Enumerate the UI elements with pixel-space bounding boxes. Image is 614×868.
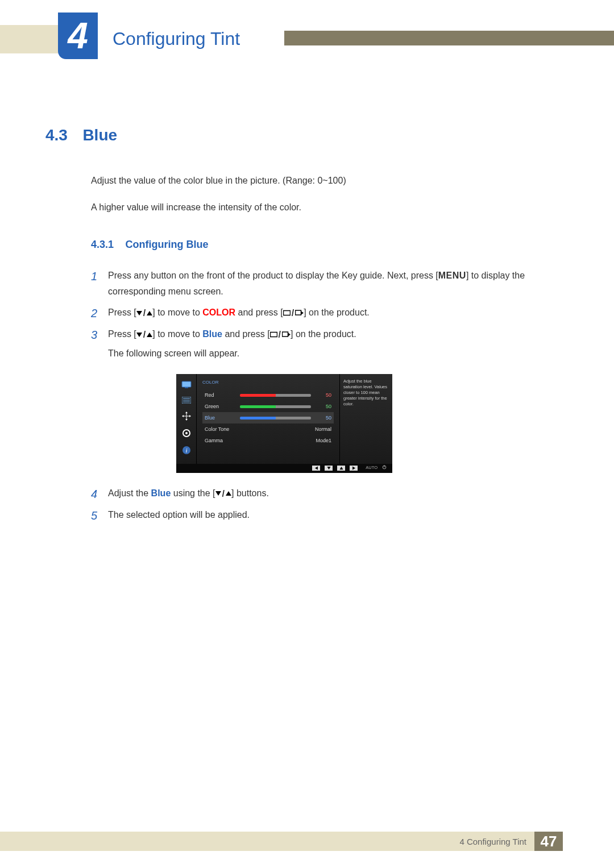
subsection-heading: 4.3.1 Configuring Blue — [91, 239, 557, 251]
osd-gamma-label: Gamma — [205, 437, 240, 445]
osd-row-green: Green 50 — [202, 401, 334, 412]
step-number: 5 — [91, 506, 97, 525]
page-header: 4 Configuring Tint — [0, 13, 614, 64]
step-2: 2 Press [/] to move to COLOR and press [… — [91, 305, 557, 321]
osd-red-value: 50 — [316, 391, 331, 400]
color-label: COLOR — [202, 308, 235, 317]
step-3-text-d: ] on the product. — [291, 329, 356, 339]
svg-rect-3 — [296, 310, 301, 315]
step-4-text-b: using the [ — [171, 488, 215, 498]
osd-colortone-value: Normal — [240, 425, 331, 434]
nav-left-icon — [312, 466, 320, 471]
svg-rect-7 — [270, 333, 277, 337]
step-5-text: The selected option will be applied. — [108, 510, 250, 520]
step-number: 1 — [91, 267, 97, 286]
step-4-text-c: ] buttons. — [231, 488, 269, 498]
steps-list: 1 Press any button on the front of the p… — [91, 268, 557, 522]
svg-marker-5 — [136, 333, 142, 337]
osd-gamma-value: Mode1 — [240, 437, 331, 445]
nav-down-icon — [325, 466, 333, 471]
svg-marker-6 — [147, 333, 152, 337]
svg-point-23 — [185, 432, 188, 434]
svg-marker-0 — [136, 311, 142, 315]
osd-center: COLOR Red 50 Green 50 — [197, 374, 340, 464]
step-3-text-a: Press [ — [108, 329, 136, 339]
step-number: 2 — [91, 304, 97, 323]
nav-up-icon — [337, 466, 345, 471]
osd-colortone-label: Color Tone — [205, 425, 240, 434]
svg-marker-33 — [226, 491, 231, 496]
osd-red-bar — [240, 394, 311, 397]
step-3-text-c: and press [ — [222, 329, 270, 339]
osd-green-bar — [240, 405, 311, 408]
footer-left-stub — [0, 832, 61, 851]
gear-icon — [182, 429, 191, 438]
step-5: 5 The selected option will be applied. — [91, 507, 557, 522]
osd-help-text: Adjust the blue saturation level. Values… — [340, 374, 392, 464]
osd-green-value: 50 — [316, 402, 331, 411]
subsection-number: 4.3.1 — [91, 239, 114, 250]
osd-header-label: COLOR — [202, 379, 334, 387]
info-icon: i — [182, 446, 191, 455]
osd-row-blue: Blue 50 — [202, 412, 334, 423]
chapter-title: Configuring Tint — [113, 28, 240, 49]
svg-marker-1 — [147, 311, 152, 315]
osd-red-label: Red — [205, 391, 240, 400]
section-title: Blue — [82, 126, 117, 144]
content-area: 4.3 Blue Adjust the value of the color b… — [45, 126, 557, 522]
rect-enter-icon: / — [270, 327, 291, 342]
step-2-text-d: ] on the product. — [304, 308, 370, 317]
step-2-text-c: and press [ — [235, 308, 283, 317]
header-right-bar — [284, 31, 614, 45]
osd-blue-label: Blue — [205, 414, 240, 422]
step-number: 4 — [91, 484, 97, 504]
step-3: 3 Press [/] to move to Blue and press [/… — [91, 326, 557, 473]
intro-line-1: Adjust the value of the color blue in th… — [91, 173, 557, 188]
page-footer: 4 Configuring Tint 47 — [0, 832, 614, 851]
intro-line-2: A higher value will increase the intensi… — [91, 200, 557, 215]
menu-label: MENU — [438, 271, 466, 280]
svg-marker-29 — [352, 467, 355, 470]
monitor-icon — [181, 381, 192, 389]
step-3-text-b: ] to move to — [152, 329, 202, 339]
step-4-text-a: Adjust the — [108, 488, 151, 498]
osd-footer: AUTO — [176, 464, 392, 473]
step-2-text-a: Press [ — [108, 308, 136, 317]
svg-marker-27 — [327, 467, 330, 470]
power-icon — [382, 464, 387, 472]
section-heading: 4.3 Blue — [45, 126, 557, 144]
osd-sidebar: i — [176, 374, 197, 464]
step-number: 3 — [91, 325, 97, 344]
down-up-icon: / — [136, 327, 152, 342]
nav-right-icon — [350, 466, 358, 471]
osd-row-colortone: Color Tone Normal — [202, 423, 334, 435]
auto-label: AUTO — [366, 464, 377, 472]
svg-text:i: i — [185, 447, 187, 454]
osd-row-red: Red 50 — [202, 389, 334, 401]
blue-label: Blue — [202, 329, 222, 339]
svg-marker-26 — [315, 467, 318, 470]
down-up-icon: / — [136, 305, 152, 321]
osd-blue-value: 50 — [316, 414, 331, 422]
section-intro: Adjust the value of the color blue in th… — [91, 173, 557, 215]
svg-rect-11 — [185, 387, 188, 388]
osd-figure: i COLOR Red 50 Green — [176, 374, 557, 473]
list-icon — [182, 397, 191, 404]
blue-label: Blue — [151, 488, 171, 498]
section-number: 4.3 — [45, 126, 68, 144]
move-icon — [182, 412, 191, 421]
svg-rect-10 — [182, 381, 191, 387]
footer-right-stub — [563, 832, 614, 851]
rect-enter-icon: / — [283, 305, 304, 321]
step-1: 1 Press any button on the front of the p… — [91, 268, 557, 298]
svg-marker-32 — [215, 491, 221, 496]
osd-panel: i COLOR Red 50 Green — [176, 374, 392, 473]
step-2-text-b: ] to move to — [152, 308, 202, 317]
step-3-text-e: The following screen will appear. — [108, 346, 557, 361]
osd-blue-bar — [240, 417, 311, 420]
step-4: 4 Adjust the Blue using the [/] buttons. — [91, 485, 557, 501]
osd-green-label: Green — [205, 402, 240, 411]
osd-row-gamma: Gamma Mode1 — [202, 435, 334, 446]
footer-label: 4 Configuring Tint — [61, 832, 534, 851]
svg-marker-28 — [339, 467, 343, 470]
